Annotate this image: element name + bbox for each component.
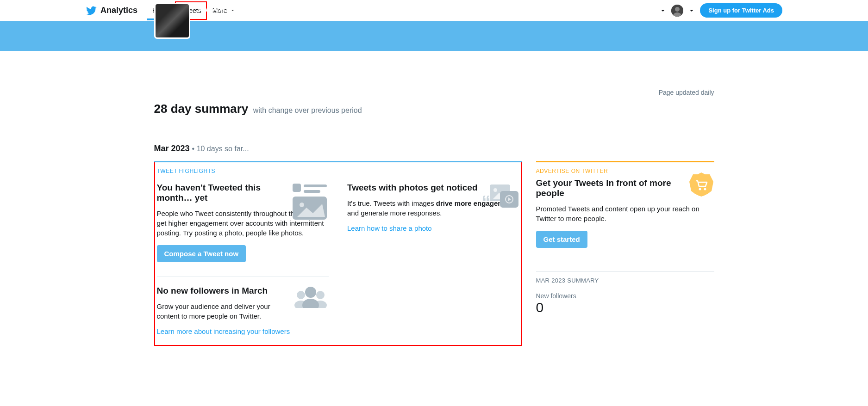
- signup-ads-button[interactable]: Sign up for Twitter Ads: [700, 3, 782, 18]
- followers-people-icon: [293, 286, 329, 310]
- svg-point-22: [699, 188, 701, 191]
- svg-rect-3: [293, 184, 301, 192]
- profile-avatar[interactable]: [156, 4, 189, 37]
- page-updated-text: Page updated daily: [659, 89, 714, 96]
- profile-avatar-box: [154, 3, 190, 39]
- month-summary-label: MAR 2023 SUMMARY: [536, 277, 714, 284]
- main-columns: TWEET HIGHLIGHTS You haven't Tweeted: [154, 161, 714, 346]
- svg-point-23: [704, 188, 706, 191]
- dropdown-caret-icon[interactable]: [659, 7, 667, 14]
- card3-text: Grow your audience and deliver your cont…: [157, 301, 277, 321]
- top-right: Sign up for Twitter Ads: [659, 3, 782, 18]
- advertise-label: ADVERTISE ON TWITTER: [536, 162, 714, 178]
- brand-name: Analytics: [100, 6, 137, 15]
- summary-title: 28 day summary: [154, 102, 249, 116]
- top-nav: Analytics Home Tweets More Sign up for T…: [0, 0, 868, 21]
- blue-banner: Account home: [0, 21, 868, 51]
- avatar-caret-icon[interactable]: [688, 7, 695, 14]
- page-title: Account home: [199, 0, 287, 15]
- summary-subtitle: with change over previous period: [253, 106, 362, 114]
- month-row: Mar 2023 • 10 days so far...: [154, 144, 714, 154]
- twitter-bird-icon: [86, 5, 97, 16]
- svg-point-16: [297, 291, 305, 299]
- new-followers-label: New followers: [536, 292, 714, 300]
- highlight-card-no-tweets: You haven't Tweeted this month… yet Peop…: [157, 178, 329, 271]
- advertise-text: Promoted Tweets and content open up your…: [536, 204, 714, 223]
- logo-section: Analytics: [86, 5, 137, 16]
- advertise-card: ADVERTISE ON TWITTER Get your Tweets in …: [536, 161, 714, 257]
- learn-share-photo-link[interactable]: Learn how to share a photo: [347, 224, 432, 232]
- svg-rect-4: [304, 185, 327, 187]
- month-summary-box: MAR 2023 SUMMARY New followers 0: [536, 271, 714, 315]
- tweet-highlights-label: TWEET HIGHLIGHTS: [155, 162, 521, 178]
- compose-placeholder-icon: [291, 183, 329, 222]
- right-column: ADVERTISE ON TWITTER Get your Tweets in …: [536, 161, 714, 346]
- svg-point-18: [316, 291, 325, 299]
- get-started-button[interactable]: Get started: [536, 231, 587, 248]
- svg-point-20: [305, 287, 316, 298]
- svg-rect-5: [304, 190, 320, 193]
- highlight-card-followers: No new followers in March Grow your audi…: [157, 276, 329, 345]
- svg-point-7: [300, 203, 304, 207]
- svg-text:“: “: [481, 192, 491, 212]
- new-followers-value: 0: [536, 300, 714, 315]
- summary-heading-row: 28 day summary with change over previous…: [154, 102, 714, 116]
- learn-followers-link[interactable]: Learn more about increasing your followe…: [157, 327, 290, 335]
- svg-point-21: [302, 299, 319, 308]
- svg-point-1: [675, 7, 680, 12]
- cart-badge-icon: [688, 172, 714, 199]
- photos-quote-icon: “: [481, 183, 519, 214]
- advertise-title: Get your Tweets in front of more people: [536, 178, 714, 198]
- svg-point-11: [493, 188, 497, 192]
- month-days: • 10 days so far...: [192, 145, 249, 153]
- avatar[interactable]: [671, 5, 683, 17]
- compose-tweet-button[interactable]: Compose a Tweet now: [157, 245, 246, 262]
- highlight-card-photos: “ Tweets with photos get noticed It's tr…: [347, 178, 519, 271]
- tweet-highlights-panel: TWEET HIGHLIGHTS You haven't Tweeted: [154, 161, 522, 346]
- month-label: Mar 2023: [154, 144, 190, 153]
